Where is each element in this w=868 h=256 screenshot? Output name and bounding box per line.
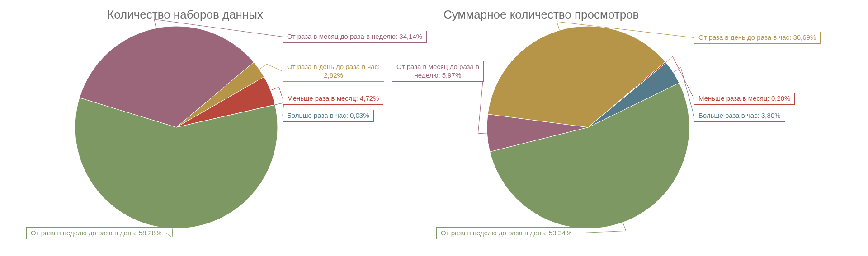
callout-month-week: От раза в месяц до раза в неделю: 5,97%: [392, 61, 484, 82]
chart-title: Количество наборов данных: [107, 8, 263, 22]
pie: [75, 26, 278, 228]
callout-line1: От раза в месяц до раза в: [396, 63, 479, 70]
callout-month-week: От раза в месяц до раза в неделю: 34,14%: [283, 31, 427, 43]
callout-line1: От раза в день до раза в час: [287, 63, 378, 70]
callout-less-month: Меньше раза в месяц: 0,20%: [694, 93, 795, 105]
callout-more-hour: Больше раза в час: 0,03%: [283, 110, 374, 122]
callout-day-hour: От раза в день до раза в час: 36,69%: [694, 32, 821, 44]
callout-day-hour: От раза в день до раза в час: 2,82%: [283, 61, 384, 82]
callout-week-day: От раза в неделю до раза в день: 58,28%: [26, 227, 166, 239]
chart-title: Суммарное количество просмотров: [443, 8, 639, 22]
callout-more-hour: Больше раза в час: 3,80%: [694, 110, 785, 122]
callout-less-month: Меньше раза в месяц: 4,72%: [283, 93, 383, 105]
callout-line2: 2,82%: [324, 71, 343, 79]
pie: [487, 26, 689, 228]
callout-line2: неделю: 5,97%: [415, 71, 462, 79]
callout-week-day: От раза в неделю до раза в день: 53,34%: [436, 227, 576, 239]
